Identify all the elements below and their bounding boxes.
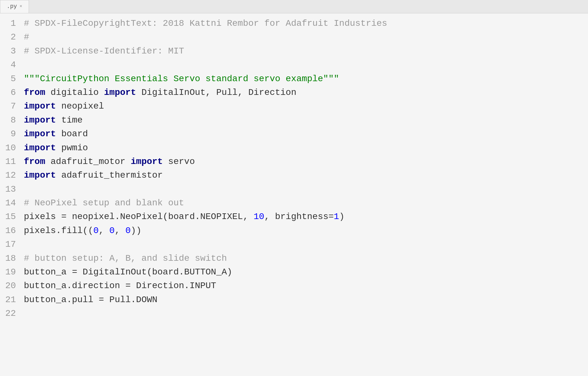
keyword-token: import bbox=[104, 88, 136, 97]
code-line: import neopixel bbox=[24, 99, 588, 113]
normal-token: pixels = neopixel.NeoPixel(board.NEOPIXE… bbox=[24, 212, 254, 222]
tab-bar: .py × bbox=[0, 0, 588, 13]
code-line: # SPDX-License-Identifier: MIT bbox=[24, 44, 588, 58]
code-line: # SPDX-FileCopyrightText: 2018 Kattni Re… bbox=[24, 17, 588, 30]
code-content[interactable]: # SPDX-FileCopyrightText: 2018 Kattni Re… bbox=[22, 17, 588, 321]
keyword-token: import bbox=[24, 170, 56, 180]
line-number: 2 bbox=[0, 30, 16, 44]
comment-token: # SPDX-License-Identifier: MIT bbox=[24, 46, 184, 56]
comment-token: # button setup: A, B, and slide switch bbox=[24, 253, 227, 263]
code-line: from adafruit_motor import servo bbox=[24, 155, 588, 168]
line-number: 16 bbox=[0, 224, 16, 238]
string-token: """CircuitPython Essentials Servo standa… bbox=[24, 74, 339, 84]
code-line: button_a = DigitalInOut(board.BUTTON_A) bbox=[24, 265, 588, 279]
line-number: 22 bbox=[0, 307, 16, 320]
comment-token: # NeoPixel setup and blank out bbox=[24, 198, 184, 208]
editor-container: .py × 1234567891011121314151617181920212… bbox=[0, 0, 588, 376]
line-number: 6 bbox=[0, 86, 16, 99]
normal-token: pwmio bbox=[56, 143, 88, 153]
code-line: pixels.fill((0, 0, 0)) bbox=[24, 224, 588, 238]
code-line: # bbox=[24, 30, 588, 44]
normal-token: ) bbox=[339, 212, 344, 222]
normal-token: button_a = DigitalInOut(board.BUTTON_A) bbox=[24, 267, 232, 277]
number-token: 0 bbox=[109, 226, 115, 236]
number-token: 0 bbox=[93, 226, 99, 236]
code-line: import time bbox=[24, 113, 588, 127]
line-number: 10 bbox=[0, 141, 16, 155]
normal-token: , brightness= bbox=[264, 212, 334, 222]
normal-token: neopixel bbox=[56, 101, 104, 111]
code-line: import board bbox=[24, 127, 588, 141]
comment-token: # bbox=[24, 32, 29, 42]
keyword-token: import bbox=[24, 115, 56, 125]
tab-filename: .py bbox=[7, 2, 17, 11]
code-area: 12345678910111213141516171819202122 # SP… bbox=[0, 13, 588, 321]
normal-token: adafruit_thermistor bbox=[56, 170, 163, 180]
code-line: import adafruit_thermistor bbox=[24, 168, 588, 182]
code-line: button_a.direction = Direction.INPUT bbox=[24, 279, 588, 293]
line-number: 11 bbox=[0, 155, 16, 168]
line-numbers: 12345678910111213141516171819202122 bbox=[0, 17, 22, 321]
file-tab[interactable]: .py × bbox=[0, 0, 29, 13]
code-line: button_a.pull = Pull.DOWN bbox=[24, 293, 588, 307]
normal-token: , bbox=[115, 226, 126, 236]
code-line: import pwmio bbox=[24, 141, 588, 155]
tab-close-button[interactable]: × bbox=[19, 3, 22, 10]
comment-token: # SPDX-FileCopyrightText: 2018 Kattni Re… bbox=[24, 18, 387, 28]
line-number: 20 bbox=[0, 279, 16, 293]
code-line: from digitalio import DigitalInOut, Pull… bbox=[24, 86, 588, 99]
line-number: 1 bbox=[0, 17, 16, 30]
normal-token: button_a.pull = Pull.DOWN bbox=[24, 295, 157, 305]
code-line bbox=[24, 182, 588, 196]
code-line bbox=[24, 307, 588, 320]
line-number: 9 bbox=[0, 127, 16, 141]
keyword-token: import bbox=[24, 143, 56, 153]
line-number: 17 bbox=[0, 238, 16, 251]
normal-token: servo bbox=[163, 157, 195, 167]
line-number: 19 bbox=[0, 265, 16, 279]
line-number: 12 bbox=[0, 168, 16, 182]
line-number: 15 bbox=[0, 210, 16, 223]
keyword-token: import bbox=[24, 129, 56, 139]
line-number: 18 bbox=[0, 252, 16, 265]
normal-token: board bbox=[56, 129, 88, 139]
code-line: # NeoPixel setup and blank out bbox=[24, 196, 588, 210]
number-token: 10 bbox=[254, 212, 265, 222]
line-number: 8 bbox=[0, 113, 16, 127]
normal-token: button_a.direction = Direction.INPUT bbox=[24, 281, 216, 291]
line-number: 5 bbox=[0, 72, 16, 86]
code-line bbox=[24, 238, 588, 251]
code-line bbox=[24, 58, 588, 72]
normal-token: , bbox=[99, 226, 109, 236]
line-number: 4 bbox=[0, 58, 16, 72]
number-token: 1 bbox=[334, 212, 339, 222]
code-line: pixels = neopixel.NeoPixel(board.NEOPIXE… bbox=[24, 210, 588, 223]
normal-token: adafruit_motor bbox=[45, 157, 131, 167]
line-number: 14 bbox=[0, 196, 16, 210]
keyword-token: import bbox=[131, 157, 163, 167]
keyword-token: from bbox=[24, 88, 45, 97]
normal-token: DigitalInOut, Pull, Direction bbox=[136, 88, 296, 97]
normal-token: digitalio bbox=[45, 88, 104, 97]
line-number: 7 bbox=[0, 99, 16, 113]
line-number: 13 bbox=[0, 182, 16, 196]
normal-token: time bbox=[56, 115, 83, 125]
keyword-token: import bbox=[24, 101, 56, 111]
line-number: 21 bbox=[0, 293, 16, 307]
code-line: """CircuitPython Essentials Servo standa… bbox=[24, 72, 588, 86]
line-number: 3 bbox=[0, 44, 16, 58]
normal-token: )) bbox=[131, 226, 142, 236]
normal-token: pixels.fill(( bbox=[24, 226, 93, 236]
number-token: 0 bbox=[125, 226, 131, 236]
keyword-token: from bbox=[24, 157, 45, 167]
code-line: # button setup: A, B, and slide switch bbox=[24, 252, 588, 265]
